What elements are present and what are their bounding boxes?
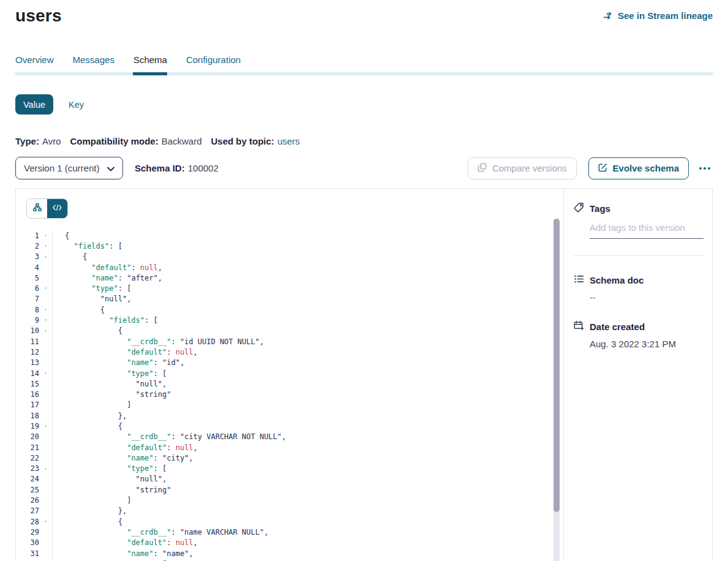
fold-caret-icon[interactable]: ▾ — [39, 516, 52, 527]
code-line: 4 "default": null, — [16, 262, 550, 273]
line-number: 14 — [16, 369, 39, 378]
sidebar-divider — [574, 255, 704, 256]
code-line: 20 "__crdb__": "city VARCHAR NOT NULL", — [16, 432, 550, 442]
edit-icon — [598, 163, 607, 174]
schema-id: Schema ID: 100002 — [135, 163, 219, 173]
schema-page: users See in Stream lineage Overview Mes… — [0, 0, 728, 561]
code-line: 23▾ "type": [ — [16, 464, 550, 474]
fold-caret-icon[interactable]: ▾ — [39, 241, 52, 251]
copy-icon — [478, 163, 487, 174]
page-header: users See in Stream lineage — [15, 0, 713, 26]
tab-configuration[interactable]: Configuration — [186, 55, 241, 72]
view-mode-toggle — [26, 198, 68, 219]
line-number: 23 — [16, 464, 39, 473]
code-text: "type": [ — [52, 284, 131, 293]
code-text: { — [52, 518, 122, 526]
date-created-title: Date created — [590, 322, 645, 332]
schema-doc-section: Schema doc -- — [574, 274, 704, 303]
tab-overview[interactable]: Overview — [15, 55, 54, 72]
fold-caret-icon[interactable]: ▾ — [39, 421, 52, 431]
code-text: { — [52, 232, 69, 240]
line-number: 13 — [16, 358, 39, 367]
code-text: "null", — [52, 380, 167, 388]
code-text: { — [52, 422, 122, 431]
line-number: 19 — [16, 422, 39, 431]
code-text: ] — [52, 496, 131, 505]
add-tags-input[interactable] — [590, 222, 704, 239]
code-text: ] — [52, 401, 131, 409]
stream-lineage-link[interactable]: See in Stream lineage — [603, 10, 713, 21]
topic-link[interactable]: users — [277, 136, 300, 146]
line-number: 25 — [16, 486, 39, 494]
version-toolbar: Version 1 (current) Schema ID: 100002 Co… — [15, 157, 713, 179]
code-line: 27 }, — [16, 506, 550, 516]
code-line: 17 ] — [16, 400, 550, 410]
code-editor[interactable]: 1▾{2▾ "fields": [3▾ {4 "default": null,5… — [16, 230, 550, 561]
tag-icon — [574, 202, 584, 214]
code-text: "name": "id", — [52, 358, 184, 367]
code-text: "name": "city", — [52, 454, 193, 462]
version-select-value: Version 1 (current) — [24, 163, 99, 173]
line-number: 11 — [16, 337, 39, 346]
line-number: 9 — [16, 316, 39, 325]
fold-caret-icon[interactable]: ▾ — [39, 464, 52, 474]
fold-caret-icon[interactable]: ▾ — [39, 252, 52, 262]
code-view-button[interactable] — [47, 199, 67, 218]
evolve-schema-button[interactable]: Evolve schema — [588, 157, 689, 179]
fold-caret-icon[interactable]: ▾ — [39, 304, 52, 315]
code-line: 28▾ { — [16, 516, 550, 527]
code-text: }, — [52, 506, 127, 515]
line-number: 20 — [16, 432, 39, 441]
more-options-button[interactable] — [697, 165, 713, 172]
scrollbar[interactable] — [554, 219, 560, 561]
line-number: 7 — [16, 295, 39, 303]
code-text: "fields": [ — [52, 242, 122, 250]
compare-versions-label: Compare versions — [492, 163, 567, 173]
code-text: "string" — [52, 486, 171, 494]
code-text: "null", — [52, 295, 131, 303]
scrollbar-thumb[interactable] — [554, 219, 560, 512]
fold-caret-icon[interactable]: ▾ — [39, 230, 52, 241]
code-text: "default": null, — [52, 538, 198, 547]
tags-title: Tags — [590, 203, 610, 214]
code-line: 1▾{ — [16, 230, 550, 241]
fold-caret-icon[interactable]: ▾ — [39, 283, 52, 293]
page-title: users — [15, 6, 62, 26]
code-text: "fields": [ — [52, 316, 158, 325]
code-text: { — [52, 306, 105, 314]
code-text: "type": [ — [52, 464, 167, 473]
line-number: 10 — [16, 326, 39, 335]
code-line: 29 "__crdb__": "name VARCHAR NULL", — [16, 527, 550, 537]
code-line: 8▾ { — [16, 304, 550, 315]
meta-compatibility: Compatibility mode: Backward — [70, 136, 201, 146]
tree-view-button[interactable] — [27, 199, 47, 218]
line-number: 1 — [16, 232, 39, 240]
fold-caret-icon[interactable]: ▾ — [39, 368, 52, 378]
line-number: 18 — [16, 412, 39, 420]
schema-id-label: Schema ID: — [135, 163, 185, 173]
line-number: 16 — [16, 390, 39, 399]
fold-caret-icon[interactable]: ▾ — [39, 315, 52, 325]
fold-caret-icon[interactable]: ▾ — [39, 326, 52, 336]
tab-schema[interactable]: Schema — [133, 55, 167, 72]
active-tab-underline — [133, 72, 167, 75]
line-number: 3 — [16, 252, 39, 261]
code-line: 5 "name": "after", — [16, 273, 550, 283]
schema-id-value: 100002 — [188, 163, 219, 173]
value-toggle-button[interactable]: Value — [15, 94, 53, 115]
version-select[interactable]: Version 1 (current) — [15, 157, 123, 179]
code-text: "default": null, — [52, 348, 198, 356]
schema-meta: Type: Avro Compatibility mode: Backward … — [15, 136, 713, 146]
code-line: 10▾ { — [16, 326, 550, 336]
code-text: }, — [52, 412, 127, 420]
code-text: "name": "after", — [52, 274, 162, 282]
line-number: 22 — [16, 454, 39, 462]
line-number: 17 — [16, 401, 39, 409]
date-created-section: Date created Aug. 3 2022 3:21 PM — [574, 320, 704, 349]
tab-messages[interactable]: Messages — [73, 55, 114, 72]
code-line: 6▾ "type": [ — [16, 283, 550, 293]
key-toggle-button[interactable]: Key — [69, 100, 84, 110]
fold-caret-icon[interactable]: ▾ — [39, 559, 52, 561]
compare-versions-button[interactable]: Compare versions — [468, 157, 577, 179]
code-text: "null", — [52, 475, 167, 483]
